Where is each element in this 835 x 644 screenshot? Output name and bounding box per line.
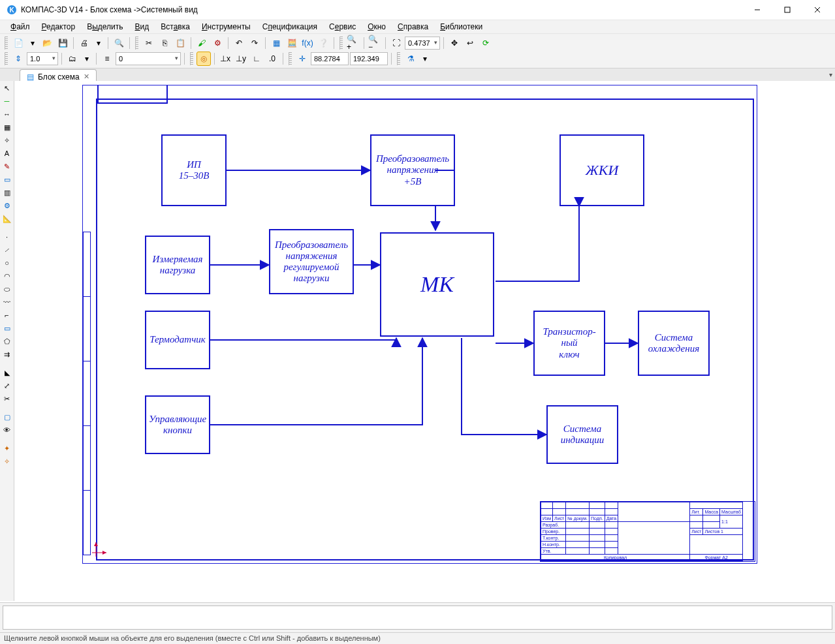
tabs-overflow[interactable]: ▾ xyxy=(829,71,832,78)
right-panel-collapsed[interactable] xyxy=(806,81,835,601)
snap-y-button[interactable]: ⊥y xyxy=(234,52,248,66)
redraw-button[interactable]: ⟳ xyxy=(479,36,493,50)
tool-ellipse[interactable]: ⬭ xyxy=(1,283,13,295)
zoom-fit-button[interactable]: ⛶ xyxy=(389,36,403,50)
scale-dropdown[interactable]: 1.0 xyxy=(27,52,58,65)
print-button[interactable]: 🖨 xyxy=(77,36,91,50)
zoom-in-button[interactable]: 🔍+ xyxy=(346,36,360,50)
cut-button[interactable]: ✂ xyxy=(142,36,156,50)
preview-button[interactable]: 🔍 xyxy=(112,36,126,50)
new-button[interactable]: 📄 xyxy=(11,36,25,50)
print-dropdown[interactable]: ▾ xyxy=(93,36,104,50)
round-button[interactable]: .0 xyxy=(265,52,279,66)
library-button[interactable]: ▦ xyxy=(269,36,283,50)
tool-rect[interactable]: ▭ xyxy=(1,322,13,334)
canvas[interactable]: ИП 15–30В Преобразователь напряжения +5В… xyxy=(14,81,806,601)
tool-table[interactable]: ▥ xyxy=(1,187,13,198)
menu-service[interactable]: Сервис xyxy=(324,21,361,33)
close-button[interactable] xyxy=(802,0,832,20)
variables-button[interactable]: 🧮 xyxy=(285,36,299,50)
tool-spline[interactable]: 〰 xyxy=(1,296,13,308)
grip-icon[interactable] xyxy=(289,52,292,65)
maximize-button[interactable] xyxy=(772,0,802,20)
coord-x[interactable]: 88.2784 xyxy=(311,52,349,65)
grip-icon[interactable] xyxy=(135,37,138,50)
menu-file[interactable]: Файл xyxy=(5,21,35,33)
snap-end-button[interactable]: ◎ xyxy=(197,52,211,66)
toolbars: 📄▾ 📂 💾 🖨▾ 🔍 ✂ ⎘ 📋 🖌 ⚙ ↶ ↷ ▦ 🧮 f(x) ❔ 🔍+ … xyxy=(0,34,835,69)
block-psu: ИП 15–30В xyxy=(161,134,227,206)
zoom-prev-button[interactable]: ↩ xyxy=(463,36,477,50)
tool-axis[interactable]: ✧ xyxy=(1,134,13,146)
tool-edit[interactable]: ▭ xyxy=(1,174,13,185)
tool-dim[interactable]: ↔ xyxy=(1,108,13,120)
layers-button[interactable]: 🗂 xyxy=(65,52,80,66)
tool-view[interactable]: 👁 xyxy=(1,424,13,436)
tool-extend[interactable]: ⤢ xyxy=(1,380,13,391)
properties-button[interactable]: ⚙ xyxy=(210,36,225,50)
filter-dropdown[interactable]: ▾ xyxy=(419,52,431,66)
menu-help[interactable]: Справка xyxy=(392,21,433,33)
menu-libs[interactable]: Библиотеки xyxy=(435,21,488,33)
tool-point[interactable]: · xyxy=(1,231,13,243)
grip-icon[interactable] xyxy=(190,52,193,65)
tool-misc1[interactable]: ✦ xyxy=(1,442,13,454)
window-title: КОМПАС-3D V14 - Блок схема ->Системный в… xyxy=(21,5,742,14)
tool-segment[interactable]: ⟋ xyxy=(1,244,13,256)
new-dropdown[interactable]: ▾ xyxy=(27,36,39,50)
linestyle-button[interactable]: ≡ xyxy=(100,52,114,66)
zoom-out-button[interactable]: 🔍− xyxy=(368,36,382,50)
tool-select[interactable]: ↖ xyxy=(1,82,13,94)
menu-insert[interactable]: Вставка xyxy=(155,21,195,33)
copy-button[interactable]: ⎘ xyxy=(157,36,172,50)
menu-spec[interactable]: Спецификация xyxy=(257,21,323,33)
undo-button[interactable]: ↶ xyxy=(232,36,246,50)
block-mcu: МК xyxy=(380,232,494,337)
tool-symbol[interactable]: ✎ xyxy=(1,161,13,172)
tool-text[interactable]: A xyxy=(1,147,13,159)
ortho-button[interactable]: ∟ xyxy=(249,52,264,66)
tool-params[interactable]: ⚙ xyxy=(1,200,13,211)
tool-chamfer[interactable]: ◣ xyxy=(1,367,13,378)
tool-break[interactable]: ✂ xyxy=(1,393,13,405)
tool-fillet[interactable]: ⌐ xyxy=(1,309,13,321)
copy-props-button[interactable]: 🖌 xyxy=(195,36,209,50)
grip-icon[interactable] xyxy=(397,52,400,65)
window-titlebar: K КОМПАС-3D V14 - Блок схема ->Системный… xyxy=(0,0,835,20)
fx-button[interactable]: f(x) xyxy=(300,36,315,50)
minimize-button[interactable] xyxy=(742,0,772,20)
filter-button[interactable]: ⚗ xyxy=(403,52,418,66)
coord-y[interactable]: 192.349 xyxy=(350,52,388,65)
style-dropdown[interactable]: 0 xyxy=(116,52,181,65)
tool-offset[interactable]: ⇉ xyxy=(1,348,13,360)
grip-icon[interactable] xyxy=(339,37,343,50)
menu-edit[interactable]: Редактор xyxy=(37,21,81,33)
layers-dropdown[interactable]: ▾ xyxy=(81,52,93,66)
command-input[interactable] xyxy=(3,606,832,630)
tool-polygon[interactable]: ⬠ xyxy=(1,335,13,347)
tool-hatch[interactable]: ▦ xyxy=(1,121,13,133)
open-button[interactable]: 📂 xyxy=(40,36,54,50)
block-tkey: Транзистор- ный ключ xyxy=(533,311,605,376)
menu-view[interactable]: Вид xyxy=(130,21,155,33)
save-button[interactable]: 💾 xyxy=(55,36,70,50)
paste-button[interactable]: 📋 xyxy=(173,36,187,50)
tool-frame[interactable]: ▢ xyxy=(1,411,13,423)
zoom-value[interactable]: 0.4737 xyxy=(405,37,440,50)
snap-x-button[interactable]: ⊥x xyxy=(218,52,232,66)
close-icon[interactable]: ✕ xyxy=(84,72,89,81)
tool-line[interactable]: ─ xyxy=(1,95,13,107)
tool-circle[interactable]: ○ xyxy=(1,257,13,269)
grip-icon[interactable] xyxy=(5,52,8,65)
tool-misc2[interactable]: ✧ xyxy=(1,455,13,467)
redo-button[interactable]: ↷ xyxy=(247,36,262,50)
tool-arc[interactable]: ◠ xyxy=(1,270,13,282)
pan-button[interactable]: ✥ xyxy=(447,36,462,50)
grip-icon[interactable] xyxy=(5,37,8,50)
menu-select[interactable]: Выделить xyxy=(82,21,128,33)
block-thermo: Термодатчик xyxy=(145,311,210,369)
help-context-button[interactable]: ❔ xyxy=(316,36,330,50)
menu-window[interactable]: Окно xyxy=(362,21,391,33)
menu-tools[interactable]: Инструменты xyxy=(197,21,256,33)
tool-measure[interactable]: 📐 xyxy=(1,213,13,224)
